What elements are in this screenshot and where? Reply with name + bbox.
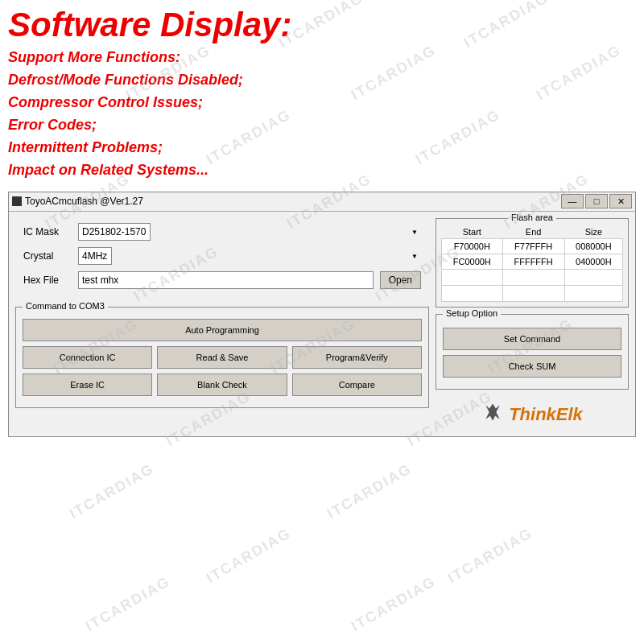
app-icon: [12, 196, 22, 206]
watermark-23: ITCARDIAG: [349, 573, 440, 635]
flash-row1-start: F70000H: [442, 238, 503, 254]
auto-programming-button[interactable]: Auto Programming: [23, 319, 422, 341]
flash-header-start: Start: [442, 225, 503, 239]
ic-mask-select[interactable]: D251802-1570: [78, 223, 151, 241]
check-sum-button[interactable]: Check SUM: [443, 355, 621, 378]
flash-row4-end: [502, 285, 564, 301]
flash-row-3: [442, 269, 623, 285]
title-bar-controls: — □ ✕: [561, 194, 632, 208]
connection-ic-button[interactable]: Connection IC: [23, 346, 152, 369]
flash-row3-start: [442, 269, 503, 285]
subtitle-line-5: Intermittent Problems;: [8, 137, 636, 159]
crystal-label: Crystal: [23, 250, 72, 262]
flash-legend: Flash area: [508, 213, 556, 222]
subtitle-line-4: Error Codes;: [8, 114, 636, 137]
ic-mask-row: IC Mask D251802-1570: [23, 223, 421, 241]
blank-check-button[interactable]: Blank Check: [157, 374, 287, 396]
setup-buttons: Set Command Check SUM: [443, 328, 621, 378]
ic-mask-label: IC Mask: [23, 226, 72, 237]
watermark-20: ITCARDIAG: [204, 525, 295, 587]
cmd-row-2: Connection IC Read & Save Program&Verify: [23, 346, 422, 369]
subtitle-line-3: Compressor Control Issues;: [8, 92, 636, 114]
title-bar-left: ToyoACmcuflash @Ver1.27: [12, 196, 143, 207]
right-panel: Flash area Start End Size F70000H F77FFF…: [436, 218, 629, 430]
flash-row-1: F70000H F77FFFH 008000H: [442, 238, 623, 254]
subtitle-line-2: Defrost/Mode Functions Disabled;: [8, 69, 636, 92]
open-button[interactable]: Open: [380, 271, 421, 289]
setup-box: Setup Option Set Command Check SUM: [436, 314, 629, 390]
cmd-row-3: Erase IC Blank Check Compare: [23, 374, 422, 396]
compare-button[interactable]: Compare: [292, 374, 422, 396]
app-window: ToyoACmcuflash @Ver1.27 — □ ✕ IC Mask D2…: [8, 192, 636, 437]
flash-table: Start End Size F70000H F77FFFH 008000H F…: [441, 225, 623, 302]
watermark-22: ITCARDIAG: [83, 573, 174, 635]
flash-row-2: FC0000H FFFFFFH 040000H: [442, 254, 623, 269]
crystal-select[interactable]: 4MHz: [78, 247, 112, 265]
flash-row4-start: [442, 285, 503, 301]
flash-row1-end: F77FFFH: [502, 238, 564, 254]
flash-row-4: [442, 285, 623, 301]
flash-row2-end: FFFFFFH: [502, 254, 564, 269]
logo-area: ThinkElk: [436, 396, 629, 430]
thinkelk-text: ThinkElk: [509, 404, 583, 425]
app-content: IC Mask D251802-1570 Crystal 4MHz: [9, 212, 635, 436]
watermark-21: ITCARDIAG: [445, 525, 536, 587]
hex-file-label: Hex File: [23, 275, 72, 286]
hex-file-row: Hex File Open: [23, 271, 421, 289]
flash-row2-start: FC0000H: [442, 254, 503, 269]
close-button[interactable]: ✕: [609, 194, 632, 208]
set-command-button[interactable]: Set Command: [443, 328, 621, 350]
subtitle-list: Support More Functions: Defrost/Mode Fun…: [8, 47, 636, 181]
auto-programming-row: Auto Programming: [23, 319, 422, 341]
flash-header-size: Size: [564, 225, 622, 239]
hex-file-input[interactable]: [78, 271, 374, 289]
crystal-select-wrapper: 4MHz: [78, 247, 421, 265]
main-title: Software Display:: [8, 6, 636, 43]
setup-legend: Setup Option: [443, 308, 501, 318]
title-bar: ToyoACmcuflash @Ver1.27 — □ ✕: [9, 192, 635, 212]
program-verify-button[interactable]: Program&Verify: [292, 346, 422, 369]
form-area: IC Mask D251802-1570 Crystal 4MHz: [15, 218, 429, 300]
subtitle-line-1: Support More Functions:: [8, 47, 636, 69]
flash-row1-size: 008000H: [564, 238, 622, 254]
flash-row3-end: [502, 269, 564, 285]
read-save-button[interactable]: Read & Save: [157, 346, 287, 369]
flash-box: Flash area Start End Size F70000H F77FFF…: [436, 218, 629, 308]
crystal-row: Crystal 4MHz: [23, 247, 421, 265]
ic-mask-select-wrapper: D251802-1570: [78, 223, 421, 241]
flash-row2-size: 040000H: [564, 254, 622, 269]
flash-header-end: End: [502, 225, 564, 239]
restore-button[interactable]: □: [585, 194, 608, 208]
flash-row4-size: [564, 285, 622, 301]
watermark-19: ITCARDIAG: [324, 460, 415, 522]
command-box: Command to COM3 Auto Programming Connect…: [15, 307, 429, 408]
command-box-legend: Command to COM3: [23, 301, 108, 311]
erase-ic-button[interactable]: Erase IC: [23, 374, 152, 396]
flash-table-header: Start End Size: [442, 225, 623, 239]
top-section: Software Display: Support More Functions…: [0, 0, 644, 187]
window-title: ToyoACmcuflash @Ver1.27: [25, 196, 143, 207]
left-panel: IC Mask D251802-1570 Crystal 4MHz: [15, 218, 429, 430]
subtitle-line-6: Impact on Related Systems...: [8, 159, 636, 182]
watermark-18: ITCARDIAG: [67, 460, 158, 522]
minimize-button[interactable]: —: [561, 194, 584, 208]
thinkelk-icon: [481, 401, 504, 428]
flash-row3-size: [564, 269, 622, 285]
